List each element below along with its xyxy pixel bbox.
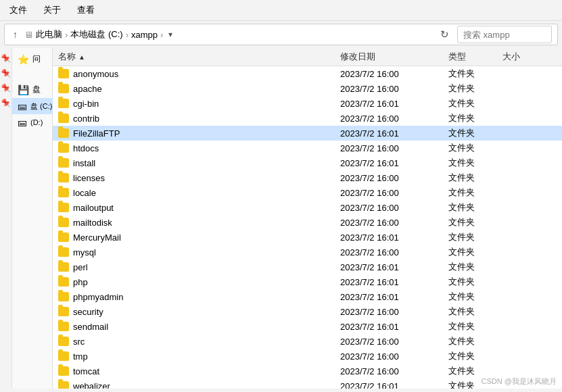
table-row[interactable]: mailtodisk 2023/7/2 16:00 文件夹 [53, 215, 562, 230]
table-row[interactable]: mysql 2023/7/2 16:00 文件夹 [53, 245, 562, 260]
file-name-text: webalizer [73, 381, 110, 389]
table-row[interactable]: perl 2023/7/2 16:01 文件夹 [53, 260, 562, 274]
search-input[interactable] [457, 26, 552, 43]
file-name-cell: src [58, 337, 340, 347]
menu-about[interactable]: 关于 [39, 3, 65, 18]
file-type: 文件夹 [448, 68, 502, 80]
folder-icon [58, 173, 69, 182]
file-name-text: tmp [73, 351, 88, 362]
file-name-cell: sendmail [58, 322, 340, 332]
table-row[interactable]: locale 2023/7/2 16:00 文件夹 [53, 185, 562, 200]
folder-icon [58, 99, 69, 108]
folder-icon [58, 143, 69, 153]
file-type: 文件夹 [448, 320, 502, 333]
file-name-cell: apache [58, 84, 340, 94]
nav-panel: ⭐ 问 💾 盘 🖴 盘 (C:) 🖴 (D:) [12, 48, 57, 389]
breadcrumb-computer-icon: 🖥 [24, 30, 33, 40]
file-date: 2023/7/2 16:01 [340, 128, 448, 139]
pin-btn-3[interactable]: 📌 [0, 82, 12, 95]
pin-btn-1[interactable]: 📌 [0, 52, 12, 65]
file-type: 文件夹 [448, 305, 502, 318]
nav-item-quick-label: 问 [32, 53, 41, 65]
file-date: 2023/7/2 16:00 [340, 69, 448, 79]
file-type: 文件夹 [448, 97, 502, 109]
pin-btn-4[interactable]: 📌 [0, 97, 12, 109]
file-date: 2023/7/2 16:00 [340, 247, 448, 258]
nav-up-button[interactable]: ↑ [10, 28, 20, 41]
file-name-text: perl [73, 262, 88, 272]
table-row[interactable]: phpmyadmin 2023/7/2 16:01 文件夹 [53, 289, 562, 304]
file-date: 2023/7/2 16:00 [340, 351, 448, 362]
folder-icon [58, 366, 69, 376]
table-row[interactable]: MercuryMail 2023/7/2 16:01 文件夹 [53, 230, 562, 245]
file-name-cell: htdocs [58, 143, 340, 153]
table-row[interactable]: FileZillaFTP 2023/7/2 16:01 文件夹 [53, 126, 562, 141]
file-name-text: contrib [73, 114, 99, 124]
table-row[interactable]: licenses 2023/7/2 16:00 文件夹 [53, 170, 562, 185]
file-date: 2023/7/2 16:00 [340, 307, 448, 317]
drive-c-icon: 🖴 [18, 101, 27, 112]
folder-icon [58, 337, 69, 346]
table-row[interactable]: security 2023/7/2 16:00 文件夹 [53, 304, 562, 319]
folder-icon [58, 84, 69, 93]
table-row[interactable]: anonymous 2023/7/2 16:00 文件夹 [53, 66, 562, 81]
quick-access-icon: ⭐ [18, 54, 29, 65]
pin-btn-2[interactable]: 📌 [0, 67, 12, 80]
breadcrumb-thispc[interactable]: 此电脑 [36, 28, 62, 41]
file-type: 文件夹 [448, 380, 502, 389]
folder-icon [58, 218, 69, 227]
file-name-cell: mysql [58, 247, 340, 258]
table-row[interactable]: tmp 2023/7/2 16:00 文件夹 [53, 349, 562, 364]
nav-item-drive-d-label: (D:) [30, 118, 43, 126]
file-type: 文件夹 [448, 216, 502, 228]
col-size[interactable]: 大小 [502, 51, 557, 63]
folder-icon [58, 277, 69, 287]
col-date[interactable]: 修改日期 [340, 51, 448, 63]
table-row[interactable]: src 2023/7/2 16:00 文件夹 [53, 334, 562, 349]
refresh-button[interactable]: ↻ [436, 27, 453, 42]
menu-view[interactable]: 查看 [73, 3, 99, 18]
file-type: 文件夹 [448, 112, 502, 124]
col-type[interactable]: 类型 [448, 51, 502, 63]
table-row[interactable]: apache 2023/7/2 16:00 文件夹 [53, 81, 562, 96]
breadcrumb: 🖥 此电脑 › 本地磁盘 (C:) › xampp › ▾ [24, 28, 432, 41]
nav-item-drive-d[interactable]: 🖴 (D:) [12, 114, 57, 130]
file-date: 2023/7/2 16:00 [340, 366, 448, 376]
file-name-cell: FileZillaFTP [58, 128, 340, 139]
table-row[interactable]: install 2023/7/2 16:01 文件夹 [53, 155, 562, 170]
file-name-cell: cgi-bin [58, 99, 340, 109]
table-row[interactable]: php 2023/7/2 16:01 文件夹 [53, 274, 562, 289]
breadcrumb-drive-c[interactable]: 本地磁盘 (C:) [70, 28, 122, 41]
breadcrumb-sep2: › [126, 30, 128, 40]
table-row[interactable]: contrib 2023/7/2 16:00 文件夹 [53, 111, 562, 126]
file-name-cell: mailoutput [58, 203, 340, 213]
breadcrumb-xampp[interactable]: xampp [131, 30, 158, 40]
col-name[interactable]: 名称 [58, 51, 340, 63]
breadcrumb-dropdown-button[interactable]: ▾ [168, 30, 172, 39]
file-date: 2023/7/2 16:00 [340, 84, 448, 94]
file-name-cell: php [58, 277, 340, 287]
table-row[interactable]: tomcat 2023/7/2 16:00 文件夹 [53, 364, 562, 378]
file-date: 2023/7/2 16:00 [340, 114, 448, 124]
folder-icon [58, 247, 69, 257]
table-header: 名称 修改日期 类型 大小 [53, 48, 562, 66]
file-name-cell: locale [58, 188, 340, 198]
menu-file[interactable]: 文件 [5, 3, 31, 18]
file-name-text: src [73, 337, 85, 347]
table-row[interactable]: cgi-bin 2023/7/2 16:01 文件夹 [53, 96, 562, 111]
folder-icon [58, 322, 69, 331]
table-row[interactable]: sendmail 2023/7/2 16:01 文件夹 [53, 319, 562, 334]
nav-item-drive-c[interactable]: 🖴 盘 (C:) [12, 98, 57, 114]
nav-item-disk[interactable]: 💾 盘 [12, 81, 57, 98]
folder-icon [58, 232, 69, 242]
table-row[interactable]: webalizer 2023/7/2 16:01 文件夹 [53, 378, 562, 389]
file-type: 文件夹 [448, 365, 502, 377]
table-row[interactable]: htdocs 2023/7/2 16:00 文件夹 [53, 141, 562, 155]
file-type: 文件夹 [448, 172, 502, 184]
file-name-text: security [73, 307, 103, 317]
file-name-text: sendmail [73, 322, 108, 332]
breadcrumb-sep1: › [65, 30, 68, 40]
nav-item-quick[interactable]: ⭐ 问 [12, 51, 57, 68]
table-row[interactable]: mailoutput 2023/7/2 16:00 文件夹 [53, 200, 562, 215]
file-name-text: locale [73, 188, 96, 198]
